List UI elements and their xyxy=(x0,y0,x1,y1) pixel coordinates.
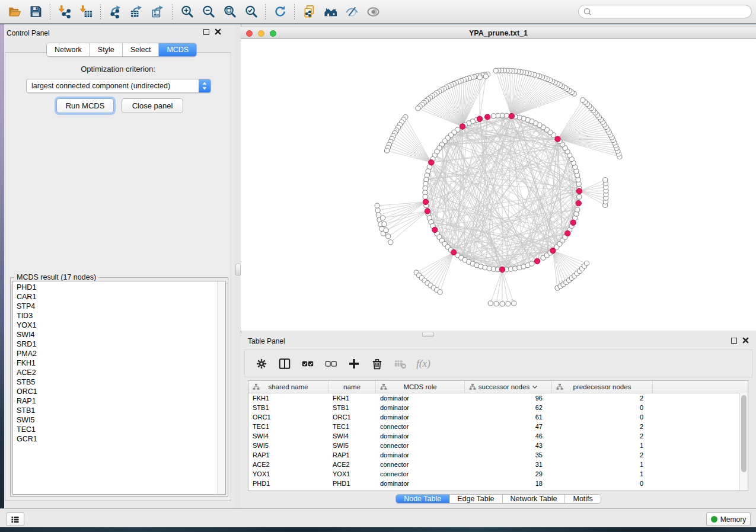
splitter-grip[interactable] xyxy=(235,264,241,275)
graph-node[interactable] xyxy=(423,194,428,199)
zoom-in-button[interactable] xyxy=(176,2,197,21)
graph-node-leaf[interactable] xyxy=(494,302,499,306)
graph-node-mcds[interactable] xyxy=(576,200,581,206)
graph-node[interactable] xyxy=(529,261,534,266)
graph-node-leaf[interactable] xyxy=(506,302,511,306)
task-history-button[interactable] xyxy=(6,512,24,526)
mcds-result-item[interactable]: GCR1 xyxy=(13,434,217,444)
mcds-result-item[interactable]: ORC1 xyxy=(13,387,217,396)
graph-node-mcds[interactable] xyxy=(484,114,490,120)
tab-mcds[interactable]: MCDS xyxy=(159,43,196,56)
float-table-panel-icon[interactable] xyxy=(731,338,737,344)
criterion-dropdown[interactable]: largest connected component (undirected) xyxy=(26,79,211,93)
graph-node-mcds[interactable] xyxy=(451,249,456,255)
close-panel-button[interactable]: Close panel xyxy=(122,98,183,113)
graph-node-mcds[interactable] xyxy=(555,136,560,142)
mcds-result-item[interactable]: CAR1 xyxy=(13,292,217,302)
graph-node-mcds[interactable] xyxy=(477,116,482,121)
graph-node[interactable] xyxy=(491,114,496,118)
table-row[interactable]: SWI5SWI5connector431 xyxy=(248,441,748,450)
mcds-result-item[interactable]: SWI4 xyxy=(13,330,217,339)
graph-node-leaf[interactable] xyxy=(584,261,589,265)
graph-node-leaf[interactable] xyxy=(375,203,379,208)
column-header-successor-nodes[interactable]: successor nodes xyxy=(465,381,552,393)
graph-node-mcds[interactable] xyxy=(509,113,514,118)
tab-select[interactable]: Select xyxy=(123,43,160,56)
graph-node-leaf[interactable] xyxy=(477,75,482,80)
graph-node-mcds[interactable] xyxy=(429,160,434,165)
graph-node-leaf[interactable] xyxy=(388,240,393,245)
export-table-button[interactable] xyxy=(126,2,147,21)
mcds-result-item[interactable]: FKH1 xyxy=(13,358,217,368)
run-mcds-button[interactable]: Run MCDS xyxy=(56,98,114,113)
table-row[interactable]: ACE2ACE2connector311 xyxy=(248,460,748,469)
deselect-all-button[interactable] xyxy=(324,357,338,371)
graph-node-leaf[interactable] xyxy=(580,98,585,102)
mcds-result-item[interactable]: PHD1 xyxy=(13,283,217,292)
table-row[interactable]: PHD1PHD1dominator180 xyxy=(248,479,748,488)
table-row[interactable]: RAP1RAP1dominator352 xyxy=(248,450,748,460)
result-scrollbar[interactable] xyxy=(217,281,225,494)
import-network-button[interactable] xyxy=(54,2,75,21)
zoom-selected-button[interactable] xyxy=(240,2,261,21)
select-all-button[interactable] xyxy=(301,357,315,371)
tab-style[interactable]: Style xyxy=(90,43,123,56)
mcds-result-list[interactable]: PHD1CAR1STP4TID3YOX1SWI4SRD1PMA2FKH1ACE2… xyxy=(12,281,226,495)
clone-network-button[interactable] xyxy=(298,2,320,21)
tab-network[interactable]: Network xyxy=(47,43,90,56)
graph-node[interactable] xyxy=(577,194,582,199)
mcds-result-item[interactable]: STB5 xyxy=(13,377,217,387)
graph-node-mcds[interactable] xyxy=(425,209,430,214)
table-row[interactable]: FKH1FKH1dominator962 xyxy=(248,393,748,403)
refresh-button[interactable] xyxy=(269,2,291,21)
graph-node-leaf[interactable] xyxy=(416,106,420,111)
import-table-button[interactable] xyxy=(75,2,97,21)
graph-node-leaf[interactable] xyxy=(384,148,389,153)
mcds-result-item[interactable]: SWI5 xyxy=(13,415,217,425)
mcds-result-item[interactable]: RAP1 xyxy=(13,396,217,406)
column-header-shared-name[interactable]: shared name xyxy=(248,381,328,393)
graph-node-leaf[interactable] xyxy=(512,301,516,306)
table-panel-splitter-grip[interactable] xyxy=(422,332,434,337)
graph-node-mcds[interactable] xyxy=(534,258,540,264)
mcds-result-item[interactable]: PMA2 xyxy=(13,349,217,358)
graph-node-leaf[interactable] xyxy=(488,301,493,306)
graph-node-leaf[interactable] xyxy=(375,208,380,213)
show-panels-button[interactable] xyxy=(362,2,384,21)
graph-node-mcds[interactable] xyxy=(499,267,505,272)
graph-node-leaf[interactable] xyxy=(386,234,391,239)
open-file-button[interactable] xyxy=(4,2,25,21)
mcds-result-item[interactable]: STB1 xyxy=(13,406,217,415)
table-row[interactable]: ORC1ORC1dominator610 xyxy=(248,412,748,422)
graph-node-leaf[interactable] xyxy=(384,228,388,233)
table-row[interactable]: TEC1TEC1connector472 xyxy=(248,422,748,431)
mcds-result-item[interactable]: STP4 xyxy=(13,302,217,311)
column-header-predecessor-nodes[interactable]: predecessor nodes xyxy=(552,381,653,393)
graph-node-leaf[interactable] xyxy=(382,222,387,226)
search-box[interactable] xyxy=(578,5,752,18)
table-settings-button[interactable] xyxy=(254,357,269,371)
network-canvas[interactable] xyxy=(241,39,756,331)
delete-row-button[interactable] xyxy=(370,357,384,371)
graph-node[interactable] xyxy=(504,113,509,118)
tab-node-table[interactable]: Node Table xyxy=(396,495,449,503)
tab-edge-table[interactable]: Edge Table xyxy=(449,495,502,503)
export-network-button[interactable] xyxy=(104,2,126,21)
tab-motifs[interactable]: Motifs xyxy=(565,495,600,503)
close-panel-icon[interactable] xyxy=(215,28,221,35)
graph-node-leaf[interactable] xyxy=(376,213,381,217)
graph-node-mcds[interactable] xyxy=(570,220,576,225)
graph-node-leaf[interactable] xyxy=(603,178,608,182)
graph-node-leaf[interactable] xyxy=(380,216,385,220)
graph-node-leaf[interactable] xyxy=(483,74,488,79)
save-session-button[interactable] xyxy=(25,2,46,21)
close-table-panel-icon[interactable] xyxy=(742,337,749,344)
memory-button[interactable]: Memory xyxy=(706,512,751,526)
mcds-result-item[interactable]: TID3 xyxy=(13,311,217,321)
mcds-result-item[interactable]: ACE2 xyxy=(13,368,217,377)
table-row[interactable]: SWI4SWI4dominator462 xyxy=(248,431,748,441)
mcds-result-item[interactable]: SRD1 xyxy=(13,339,217,349)
table-row[interactable]: STB1STB1dominator620 xyxy=(248,403,748,412)
float-panel-icon[interactable] xyxy=(203,29,209,35)
graph-node[interactable] xyxy=(575,207,580,212)
